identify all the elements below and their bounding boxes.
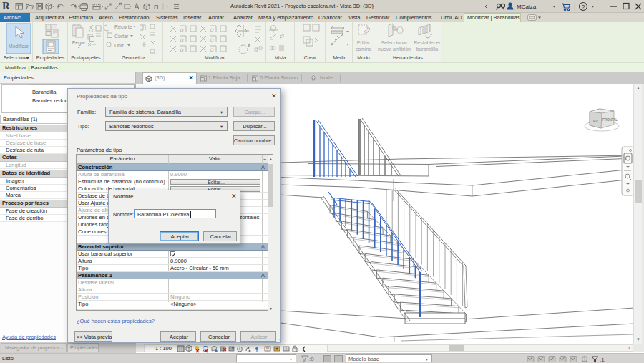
svg-text:Recorte: Recorte [114, 24, 132, 29]
svg-text:FRONTAL: FRONTAL [602, 118, 618, 122]
svg-text:?: ? [582, 4, 585, 11]
svg-text:Modificar: Modificar [9, 44, 29, 49]
svg-text:nuevo anfitrión: nuevo anfitrión [378, 47, 411, 52]
svg-text:camino: camino [356, 47, 372, 52]
svg-text:Restablecer: Restablecer [414, 40, 441, 45]
svg-text:Unir: Unir [114, 43, 125, 48]
svg-text:Cortar: Cortar [114, 34, 129, 39]
svg-text:Seleccionar: Seleccionar [381, 40, 408, 45]
svg-text:Editar: Editar [357, 40, 371, 45]
svg-text:MCalza: MCalza [517, 4, 537, 10]
svg-text:barandilla: barandilla [416, 47, 438, 52]
svg-text:IZQ: IZQ [593, 119, 598, 122]
svg-text::1: :1 [600, 357, 605, 363]
svg-text:Pegar: Pegar [72, 40, 86, 46]
svg-text::0: :0 [309, 356, 314, 362]
